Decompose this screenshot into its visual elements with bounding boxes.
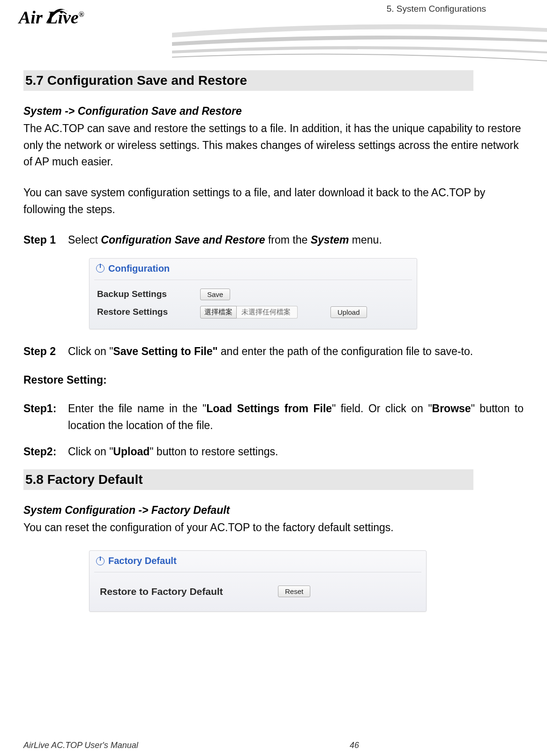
file-status-text: 未選擇任何檔案 (237, 306, 298, 319)
restore-factory-label: Restore to Factory Default (100, 586, 278, 597)
restore-step-1: Step1: Enter the file name in the "Load … (23, 400, 524, 434)
factory-default-panel: Factory Default Restore to Factory Defau… (89, 550, 427, 612)
footer-manual-title: AirLive AC.TOP User's Manual (23, 741, 138, 750)
step-content: Enter the file name in the "Load Setting… (68, 400, 524, 434)
decorative-swoosh (172, 19, 547, 70)
restore-setting-heading: Restore Setting: (23, 374, 524, 386)
step-label: Step 1 (23, 232, 68, 249)
text: menu. (349, 234, 382, 246)
save-button[interactable]: Save (200, 289, 230, 300)
text: Select (68, 234, 101, 246)
configuration-panel: Configuration Backup Settings Save Resto… (89, 258, 417, 329)
para-5-7-2: You can save system configuration settin… (23, 185, 524, 218)
page-header: 5. System Configurations Air Live® (23, 0, 524, 66)
text: Click on " (68, 445, 113, 458)
brand-logo: Air Live® (19, 7, 84, 28)
text: " field. Or click on " (332, 402, 432, 415)
text: Click on " (68, 345, 113, 357)
label-text: Step2 (23, 445, 53, 458)
para-5-7-1: The AC.TOP can save and restore the sett… (23, 120, 524, 170)
panel-title: Configuration (90, 259, 417, 278)
browse-button[interactable]: 選擇檔案 (200, 306, 237, 319)
power-icon (96, 264, 105, 273)
upload-button[interactable]: Upload (330, 306, 367, 318)
label-text: Step1 (23, 402, 53, 415)
breadcrumb-5-7: System -> Configuration Save and Restore (23, 105, 524, 118)
text: from the (265, 234, 311, 246)
colon: : (53, 402, 57, 415)
backup-settings-label: Backup Settings (97, 289, 200, 299)
file-chooser[interactable]: 選擇檔案 未選擇任何檔案 (200, 306, 298, 319)
step-1: Step 1 Select Configuration Save and Res… (23, 232, 524, 249)
restore-row: Restore Settings 選擇檔案 未選擇任何檔案 Upload (97, 306, 409, 319)
backup-row: Backup Settings Save (97, 289, 409, 300)
step-label: Step1: (23, 400, 68, 434)
emphasis: Browse (432, 402, 471, 415)
reset-row: Restore to Factory Default Reset (100, 586, 416, 597)
logo-text: Air Live (19, 7, 79, 27)
page-footer: AirLive AC.TOP User's Manual 46 (23, 741, 524, 750)
power-icon (96, 557, 105, 565)
registered-mark: ® (79, 10, 84, 18)
step-content: Click on "Save Setting to File" and ente… (68, 343, 524, 360)
reset-button[interactable]: Reset (278, 586, 310, 597)
emphasis: Upload (113, 445, 150, 458)
step-content: Click on "Upload" button to restore sett… (68, 444, 524, 460)
breadcrumb-5-8: System Configuration -> Factory Default (23, 504, 524, 517)
emphasis: Load Settings from File (206, 402, 332, 415)
section-heading-5-7: 5.7 Configuration Save and Restore (23, 70, 473, 91)
text: Enter the file name in the " (68, 402, 206, 415)
panel-title-text: Configuration (108, 263, 170, 274)
text: and enter the path of the configuration … (217, 345, 473, 357)
text: " button to restore settings. (150, 445, 278, 458)
para-5-8: You can reset the configuration of your … (23, 519, 524, 536)
footer-page-number: 46 (303, 741, 359, 750)
colon: : (53, 445, 57, 458)
emphasis: Save Setting to File" (113, 345, 217, 357)
step-label: Step 2 (23, 343, 68, 360)
step-content: Select Configuration Save and Restore fr… (68, 232, 524, 249)
restore-step-2: Step2: Click on "Upload" button to resto… (23, 444, 524, 460)
step-2: Step 2 Click on "Save Setting to File" a… (23, 343, 524, 360)
step-label: Step2: (23, 444, 68, 460)
emphasis: System (311, 234, 349, 246)
section-heading-5-8: 5.8 Factory Default (23, 469, 473, 490)
panel-title: Factory Default (90, 551, 426, 570)
restore-settings-label: Restore Settings (97, 307, 200, 317)
emphasis: Configuration Save and Restore (101, 234, 265, 246)
panel-title-text: Factory Default (108, 556, 177, 566)
chapter-label: 5. System Configurations (387, 4, 486, 14)
